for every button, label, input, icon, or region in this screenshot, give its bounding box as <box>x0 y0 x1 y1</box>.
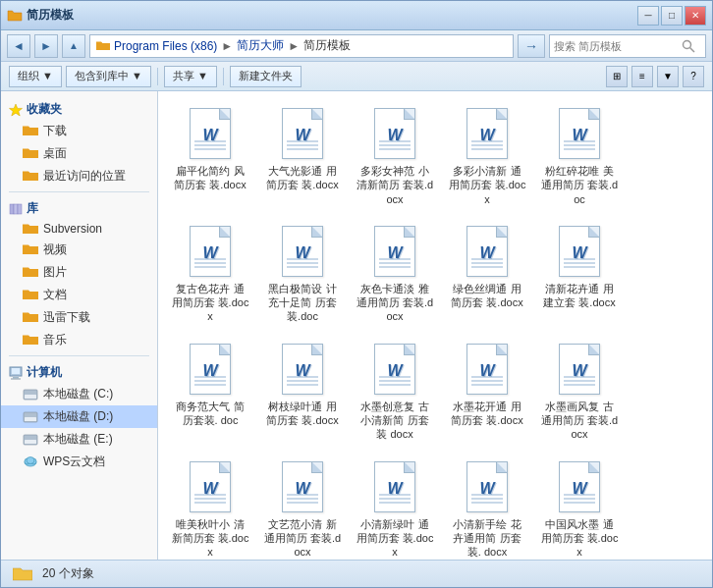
file-doc-page: W <box>282 461 323 512</box>
cloud-icon <box>23 455 38 468</box>
sidebar-item-subversion[interactable]: Subversion <box>1 219 157 239</box>
search-input[interactable] <box>554 40 682 52</box>
word-logo-icon: W <box>202 480 217 498</box>
sidebar-item-video[interactable]: 视频 <box>1 239 157 261</box>
file-doc-page: W <box>282 108 323 159</box>
toolbar-separator-2 <box>223 68 224 85</box>
file-item[interactable]: W商务范大气 简历套装. doc <box>166 335 254 449</box>
word-logo-icon: W <box>295 362 309 380</box>
recent-folder-icon <box>23 170 38 183</box>
view-details-button[interactable]: ≡ <box>631 66 653 87</box>
subversion-icon <box>23 223 38 236</box>
search-icon <box>682 39 695 53</box>
title-bar: 简历模板 ─ □ ✕ <box>1 1 712 30</box>
sidebar-item-desktop[interactable]: 桌面 <box>1 142 157 165</box>
sidebar-item-documents[interactable]: 文档 <box>1 284 157 306</box>
sidebar-item-download[interactable]: 下载 <box>1 120 157 142</box>
file-item[interactable]: W多彩小清新 通用简历套 装.docx <box>443 99 531 213</box>
file-item[interactable]: W小清新手绘 花卉通用简 历套装. docx <box>443 453 531 560</box>
file-item[interactable]: W绿色丝绸通 用简历套 装.docx <box>443 217 531 331</box>
file-item[interactable]: W中国风水墨 通用简历套 装.docx <box>535 453 624 560</box>
svg-rect-8 <box>13 377 19 379</box>
file-item[interactable]: W小清新绿叶 通用简历套 装.docx <box>351 453 439 560</box>
title-bar-left: 简历模板 <box>7 7 74 24</box>
file-doc-page: W <box>374 226 415 277</box>
organize-button[interactable]: 组织 ▼ <box>9 66 62 87</box>
files-grid: W扁平化简约 风简历套 装.docxW大气光影通 用简历套 装.docxW多彩女… <box>166 99 704 560</box>
go-button[interactable]: → <box>518 34 545 58</box>
new-folder-button[interactable]: 新建文件夹 <box>230 66 302 87</box>
file-item[interactable]: W灰色卡通淡 雅通用简历 套装.docx <box>351 217 439 331</box>
file-item[interactable]: W大气光影通 用简历套 装.docx <box>258 99 347 213</box>
file-doc-page: W <box>466 344 508 395</box>
svg-rect-5 <box>18 204 22 214</box>
status-text: 20 个对象 <box>42 565 94 582</box>
file-name: 水墨花开通 用简历套 装.docx <box>448 400 526 428</box>
address-path[interactable]: Program Files (x86) ► 简历大师 ► 简历模板 <box>89 34 514 58</box>
word-logo-icon: W <box>479 480 494 498</box>
file-item[interactable]: W清新花卉通 用建立套 装.docx <box>535 217 624 331</box>
toolbar-separator-1 <box>157 68 158 85</box>
file-name: 黑白极简设 计充十足简 历套装.doc <box>263 282 342 324</box>
file-item[interactable]: W扁平化简约 风简历套 装.docx <box>166 99 254 213</box>
help-button[interactable]: ? <box>683 66 704 87</box>
svg-marker-2 <box>10 104 23 116</box>
file-item[interactable]: W树枝绿叶通 用简历套 装.docx <box>258 335 347 449</box>
address-bar: ◄ ► ▲ Program Files (x86) ► 简历大师 ► 简历模板 … <box>1 30 712 62</box>
close-button[interactable]: ✕ <box>685 6 706 26</box>
sidebar-item-pictures[interactable]: 图片 <box>1 261 157 284</box>
file-item[interactable]: W黑白极简设 计充十足简 历套装.doc <box>258 217 347 331</box>
file-name: 唯美秋叶小 清新简历套 装.docx <box>171 517 249 560</box>
svg-rect-15 <box>25 440 36 444</box>
svg-rect-7 <box>12 368 20 374</box>
file-name: 小清新绿叶 通用简历套 装.docx <box>356 517 434 560</box>
status-folder-icon <box>13 566 32 582</box>
view-options-button[interactable]: ▼ <box>657 66 679 87</box>
drive-d-icon <box>23 410 38 423</box>
library-title[interactable]: 库 <box>1 196 157 219</box>
file-item[interactable]: W文艺范小清 新通用简历 套装.docx <box>258 453 347 560</box>
sidebar-divider-2 <box>9 355 149 356</box>
sidebar-item-wps-cloud[interactable]: WPS云文档 <box>1 451 157 473</box>
file-item[interactable]: W复古色花卉 通用简历套 装.docx <box>166 217 254 331</box>
minimize-button[interactable]: ─ <box>637 6 659 26</box>
file-item[interactable]: W多彩女神范 小清新简历 套装.docx <box>351 99 439 213</box>
word-logo-icon: W <box>572 480 586 498</box>
view-grid-button[interactable]: ⊞ <box>606 66 628 87</box>
sidebar-item-drive-e[interactable]: 本地磁盘 (E:) <box>1 428 157 451</box>
file-item[interactable]: W粉红碎花唯 美通用简历 套装.doc <box>535 99 624 213</box>
maximize-button[interactable]: □ <box>661 6 683 26</box>
video-folder-icon <box>23 243 38 256</box>
file-item[interactable]: W水墨创意复 古小清新简 历套装 docx <box>351 335 439 449</box>
up-button[interactable]: ▲ <box>62 34 85 58</box>
title-controls: ─ □ ✕ <box>637 6 706 26</box>
file-item[interactable]: W水墨花开通 用简历套 装.docx <box>443 335 531 449</box>
toolbar-right: ⊞ ≡ ▼ ? <box>606 66 704 87</box>
svg-rect-3 <box>10 204 14 214</box>
search-box[interactable] <box>549 34 706 58</box>
forward-button[interactable]: ► <box>34 34 58 58</box>
word-logo-icon: W <box>387 127 402 144</box>
word-logo-icon: W <box>387 362 402 380</box>
share-button[interactable]: 共享 ▼ <box>164 66 217 87</box>
file-item[interactable]: W唯美秋叶小 清新简历套 装.docx <box>166 453 254 560</box>
word-logo-icon: W <box>479 127 494 144</box>
word-logo-icon: W <box>202 244 217 262</box>
file-item[interactable]: W水墨画风复 古通用简历 套装.docx <box>535 335 624 449</box>
svg-point-19 <box>27 457 34 464</box>
file-name: 粉红碎花唯 美通用简历 套装.doc <box>540 164 619 206</box>
sidebar-item-recent[interactable]: 最近访问的位置 <box>1 165 157 187</box>
sidebar: 收藏夹 下载 桌面 最 <box>1 91 158 560</box>
sidebar-item-music[interactable]: 音乐 <box>1 329 157 351</box>
sidebar-item-thunder[interactable]: 迅雷下载 <box>1 306 157 329</box>
sidebar-item-drive-d[interactable]: 本地磁盘 (D:) <box>1 405 157 428</box>
svg-rect-11 <box>25 395 36 399</box>
sidebar-item-drive-c[interactable]: 本地磁盘 (C:) <box>1 383 157 405</box>
favorites-title[interactable]: 收藏夹 <box>1 97 157 120</box>
computer-title[interactable]: 计算机 <box>1 360 157 383</box>
back-button[interactable]: ◄ <box>7 34 30 58</box>
add-to-library-button[interactable]: 包含到库中 ▼ <box>66 66 151 87</box>
file-name: 复古色花卉 通用简历套 装.docx <box>171 282 249 324</box>
word-logo-icon: W <box>295 127 309 144</box>
word-logo-icon: W <box>572 244 586 262</box>
